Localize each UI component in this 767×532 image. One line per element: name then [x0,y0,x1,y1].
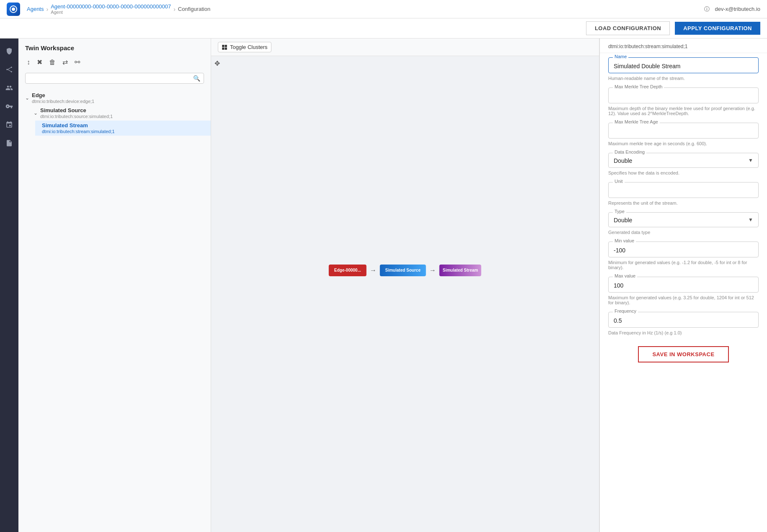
nav-left: Agents › Agent-00000000-0000-0000-0000-0… [7,3,210,16]
max-value-field: Max value [608,277,759,293]
rp-id: dtmi:io:tributech:stream:simulated;1 [600,39,767,53]
toolbar-delete-icon[interactable]: 🗑 [47,57,57,68]
merkle-depth-hint: Maximum depth of the binary merkle tree … [600,105,767,118]
frequency-field: Frequency [608,312,759,328]
logo [7,3,20,16]
merkle-age-label: Max Merkle Tree Age [613,119,660,124]
toolbar-up-icon[interactable]: ↕ [25,57,32,68]
type-arrow-icon: ▼ [748,217,753,223]
stream-id: dtmi:io:tributech:stream:simulated;1 [42,129,115,134]
graph-area: Toggle Clusters ✥ Edge-00000... → Simula… [211,39,599,532]
breadcrumb-sep2: › [173,6,176,13]
unit-input[interactable] [614,187,753,195]
merkle-age-hint: Maximum merkle tree age in seconds (e.g.… [600,140,767,149]
max-value-input[interactable] [614,281,753,290]
graph-node-edge[interactable]: Edge-00000... [329,265,367,276]
icon-sidebar [0,39,18,532]
apply-configuration-button[interactable]: APPLY CONFIGURATION [675,22,760,35]
sidebar-item-certificate[interactable] [2,136,17,151]
frequency-input[interactable] [614,316,753,325]
top-nav: Agents › Agent-00000000-0000-0000-0000-0… [0,0,767,18]
frequency-hint: Data Frequency in Hz (1/s) (e.g 1.0) [600,329,767,338]
svg-line-4 [8,69,11,72]
type-label: Type [613,209,626,214]
tree-item-source-content: Simulated Source dtmi:io:tributech:sourc… [40,107,113,119]
data-encoding-hint: Specifies how the data is encoded. [600,170,767,178]
svg-point-1 [11,67,12,68]
type-hint: Generated data type [600,229,767,237]
data-encoding-select[interactable]: Double Float Int Long Boolean String [609,153,758,167]
tree-stream-wrapper: Simulated Stream dtmi:io:tributech:strea… [27,121,211,136]
tree-item-edge-header: ⌄ Edge dtmi:io:tributech:device:edge;1 [25,92,204,104]
type-wrapper: Type Double Float Int Long Boolean Strin… [608,212,759,227]
svg-rect-6 [225,45,227,47]
merkle-age-input[interactable] [614,127,753,136]
tree-source-wrapper: ⌄ Simulated Source dtmi:io:tributech:sou… [18,105,211,136]
toolbar-refresh-icon[interactable]: ⇄ [61,57,70,68]
graph-arrow-2: → [429,267,436,274]
graph-node-stream[interactable]: Simulated Stream [439,265,481,276]
svg-point-2 [11,71,12,72]
tree-item-source[interactable]: ⌄ Simulated Source dtmi:io:tributech:sou… [27,105,211,121]
name-label: Name [613,54,628,59]
edge-label: Edge [32,92,94,98]
breadcrumb-agents[interactable]: Agents [27,6,44,12]
breadcrumb-sep1: › [46,6,48,13]
graph-toolbar: Toggle Clusters [211,39,599,56]
toolbar-collapse-icon[interactable]: ✖ [35,57,44,68]
graph-node-edge-label: Edge-00000... [334,268,361,272]
search-box[interactable]: 🔍 [25,73,204,84]
nav-right: ⓘ dev-x@tributech.io [704,5,760,13]
tree-item-stream-content: Simulated Stream dtmi:io:tributech:strea… [42,122,115,134]
breadcrumb-agent-block: Agent-00000000-0000-0000-0000-0000000000… [51,3,171,15]
expand-icon[interactable]: ✥ [214,59,220,67]
graph-node-source[interactable]: Simulated Source [380,265,426,276]
chevron-source[interactable]: ⌄ [34,110,38,116]
source-label: Simulated Source [40,107,113,113]
breadcrumb-agent-sub: Agent [51,10,171,15]
tree-item-stream[interactable]: Simulated Stream dtmi:io:tributech:strea… [35,121,211,136]
graph-visualization: Edge-00000... → Simulated Source → Simul… [329,265,481,276]
name-input[interactable] [614,62,753,70]
help-icon[interactable]: ⓘ [704,5,710,13]
twin-workspace-toolbar: ↕ ✖ 🗑 ⇄ ⚯ [18,55,211,71]
svg-rect-8 [225,47,227,49]
min-value-input[interactable] [614,246,753,254]
save-in-workspace-button[interactable]: SAVE IN WORKSPACE [638,346,728,362]
svg-line-3 [8,68,11,70]
search-input[interactable] [29,75,193,82]
sidebar-item-graph[interactable] [2,62,17,77]
source-id: dtmi:io:tributech:source:simulated;1 [40,114,113,119]
twin-workspace-panel: Twin Workspace ↕ ✖ 🗑 ⇄ ⚯ 🔍 ⌄ Edge dtmi:i… [18,39,211,532]
unit-hint: Represents the unit of the stream. [600,200,767,208]
twin-workspace-title: Twin Workspace [18,39,211,55]
tree-item-edge[interactable]: ⌄ Edge dtmi:io:tributech:device:edge;1 [18,90,211,105]
toolbar-tree-icon[interactable]: ⚯ [73,57,82,68]
min-value-label: Min value [613,238,636,243]
graph-node-source-label: Simulated Source [385,268,421,272]
sidebar-item-users[interactable] [2,80,17,95]
breadcrumb-agent-id[interactable]: Agent-00000000-0000-0000-0000-0000000000… [51,3,171,10]
svg-rect-5 [222,45,224,47]
save-btn-wrap: SAVE IN WORKSPACE [600,338,767,371]
merkle-depth-input[interactable] [614,92,753,100]
load-configuration-button[interactable]: LOAD CONFIGURATION [586,21,670,35]
action-bar: LOAD CONFIGURATION APPLY CONFIGURATION [0,18,767,39]
sidebar-item-workflow[interactable] [2,117,17,132]
sidebar-item-key[interactable] [2,99,17,114]
graph-node-stream-label: Simulated Stream [443,268,478,272]
data-encoding-label: Data Encoding [613,149,646,154]
chevron-edge[interactable]: ⌄ [25,95,29,101]
merkle-depth-label: Max Merkle Tree Depth [613,84,664,89]
merkle-age-field: Max Merkle Tree Age [608,123,759,139]
toggle-clusters-button[interactable]: Toggle Clusters [218,42,271,52]
user-menu[interactable]: dev-x@tributech.io [715,6,760,12]
main-layout: Twin Workspace ↕ ✖ 🗑 ⇄ ⚯ 🔍 ⌄ Edge dtmi:i… [0,39,767,532]
unit-field: Unit [608,182,759,198]
breadcrumb-configuration: Configuration [178,6,210,12]
data-encoding-wrapper: Data Encoding Double Float Int Long Bool… [608,153,759,168]
sidebar-item-shield[interactable] [2,44,17,59]
stream-label: Simulated Stream [42,122,115,129]
max-hint: Maximum for generated values (e.g. 3.25 … [600,294,767,308]
type-select[interactable]: Double Float Int Long Boolean String [609,213,758,227]
